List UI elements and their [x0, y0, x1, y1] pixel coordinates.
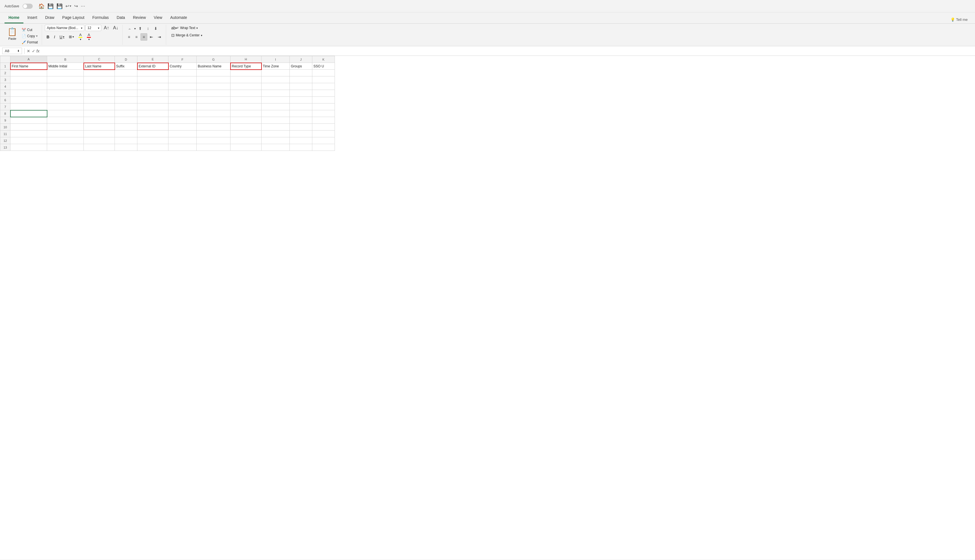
cell-I6[interactable]	[262, 97, 290, 103]
cell-D12[interactable]	[115, 137, 137, 144]
col-header-H[interactable]: H	[230, 56, 262, 63]
cell-D8[interactable]	[115, 110, 137, 117]
home-icon[interactable]: 🏠	[38, 3, 45, 9]
cell-J12[interactable]	[290, 137, 312, 144]
cell-B7[interactable]	[47, 103, 84, 110]
cell-D7[interactable]	[115, 103, 137, 110]
align-top-button[interactable]: ⬆	[136, 25, 144, 32]
cell-K9[interactable]	[312, 117, 335, 124]
cancel-formula-icon[interactable]: ✕	[27, 49, 30, 53]
col-header-I[interactable]: I	[262, 56, 290, 63]
cell-F11[interactable]	[169, 130, 197, 137]
align-right-button[interactable]: ≡	[140, 33, 147, 41]
tab-home[interactable]: Home	[5, 12, 23, 23]
cell-I12[interactable]	[262, 137, 290, 144]
cell-B2[interactable]	[47, 70, 84, 77]
cell-K7[interactable]	[312, 103, 335, 110]
cell-D3[interactable]	[115, 77, 137, 83]
cell-H13[interactable]	[230, 144, 262, 151]
tab-automate[interactable]: Automate	[166, 12, 191, 23]
tell-me[interactable]: 💡 Tell me	[948, 16, 970, 23]
tab-data[interactable]: Data	[113, 12, 129, 23]
cell-K5[interactable]	[312, 90, 335, 97]
merge-center-button[interactable]: ⊡ Merge & Center ▾	[169, 32, 205, 38]
cell-F9[interactable]	[169, 117, 197, 124]
cell-B8[interactable]	[47, 110, 84, 117]
wrap-dropdown-icon[interactable]: ▾	[196, 27, 198, 30]
cell-B3[interactable]	[47, 77, 84, 83]
cell-D1[interactable]: Suffix	[115, 63, 137, 70]
cell-A1[interactable]: First Name	[10, 63, 47, 70]
cell-I7[interactable]	[262, 103, 290, 110]
cell-A11[interactable]	[10, 130, 47, 137]
autosave-toggle[interactable]	[23, 4, 33, 9]
cell-F6[interactable]	[169, 97, 197, 103]
cell-B11[interactable]	[47, 130, 84, 137]
cell-J8[interactable]	[290, 110, 312, 117]
cell-K13[interactable]	[312, 144, 335, 151]
tab-view[interactable]: View	[150, 12, 166, 23]
increase-indent-button[interactable]: ⇥	[156, 33, 163, 40]
undo-dropdown[interactable]: ▾	[70, 4, 72, 8]
font-size-select[interactable]: 12 ▾	[85, 25, 101, 31]
cell-G13[interactable]	[197, 144, 230, 151]
merge-dropdown-icon[interactable]: ▾	[201, 34, 202, 37]
row-header-1[interactable]: 1	[0, 63, 10, 70]
cell-D2[interactable]	[115, 70, 137, 77]
cell-A7[interactable]	[10, 103, 47, 110]
row-header-10[interactable]: 10	[0, 124, 10, 130]
cell-H1[interactable]: Record Type	[230, 63, 262, 70]
cell-F5[interactable]	[169, 90, 197, 97]
more-options-icon[interactable]: ⋯	[81, 3, 85, 9]
cell-E10[interactable]	[137, 124, 169, 130]
cell-B5[interactable]	[47, 90, 84, 97]
cell-F7[interactable]	[169, 103, 197, 110]
row-header-3[interactable]: 3	[0, 77, 10, 83]
cell-E3[interactable]	[137, 77, 169, 83]
cell-I4[interactable]	[262, 83, 290, 90]
cell-C7[interactable]	[84, 103, 115, 110]
cell-F8[interactable]	[169, 110, 197, 117]
cell-E11[interactable]	[137, 130, 169, 137]
cell-F1[interactable]: Country	[169, 63, 197, 70]
cell-C3[interactable]	[84, 77, 115, 83]
cell-G4[interactable]	[197, 83, 230, 90]
cell-G12[interactable]	[197, 137, 230, 144]
cell-I1[interactable]: Time Zone	[262, 63, 290, 70]
decrease-indent-button[interactable]: ⇤	[148, 33, 155, 40]
cell-K3[interactable]	[312, 77, 335, 83]
cell-C13[interactable]	[84, 144, 115, 151]
cell-E6[interactable]	[137, 97, 169, 103]
row-header-11[interactable]: 11	[0, 130, 10, 137]
font-color-button[interactable]: A ▾	[85, 32, 92, 42]
cell-F13[interactable]	[169, 144, 197, 151]
copy-dropdown-icon[interactable]: ▾	[36, 34, 38, 38]
align-middle-button[interactable]: ↕	[145, 25, 151, 32]
cell-H11[interactable]	[230, 130, 262, 137]
cell-I11[interactable]	[262, 130, 290, 137]
col-header-K[interactable]: K	[312, 56, 335, 63]
formula-input[interactable]	[42, 49, 973, 53]
row-header-6[interactable]: 6	[0, 97, 10, 103]
cell-E1[interactable]: External ID	[137, 63, 169, 70]
cell-K2[interactable]	[312, 70, 335, 77]
cell-G11[interactable]	[197, 130, 230, 137]
cell-B6[interactable]	[47, 97, 84, 103]
cell-A13[interactable]	[10, 144, 47, 151]
redo-icon[interactable]: ↪	[74, 3, 78, 9]
fill-color-button[interactable]: A ▾	[77, 32, 84, 42]
confirm-formula-icon[interactable]: ✓	[32, 49, 35, 53]
cell-K1[interactable]: SSO U	[312, 63, 335, 70]
tab-review[interactable]: Review	[129, 12, 150, 23]
underline-button[interactable]: U ▾	[58, 34, 66, 40]
row-header-2[interactable]: 2	[0, 70, 10, 77]
cell-K11[interactable]	[312, 130, 335, 137]
align-center-button[interactable]: ≡	[133, 33, 140, 41]
cell-E13[interactable]	[137, 144, 169, 151]
save-as-icon[interactable]: 💾	[57, 3, 63, 9]
cell-B9[interactable]	[47, 117, 84, 124]
cell-C10[interactable]	[84, 124, 115, 130]
cell-reference-box[interactable]: A8 ⬍	[2, 48, 22, 54]
cell-C8[interactable]	[84, 110, 115, 117]
tab-page-layout[interactable]: Page Layout	[58, 12, 88, 23]
